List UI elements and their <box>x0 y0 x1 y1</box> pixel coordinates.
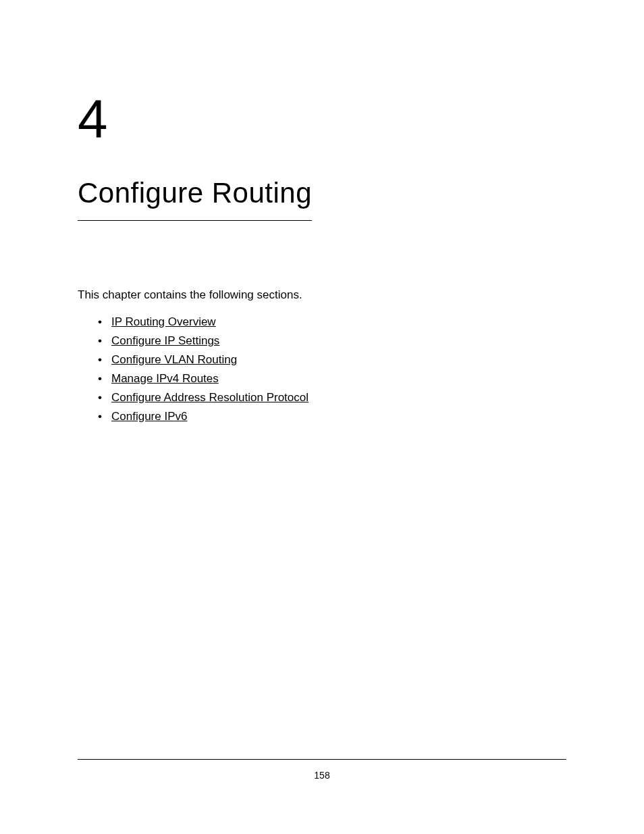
list-item: Configure Address Resolution Protocol <box>111 391 566 405</box>
page-container: 4 Configure Routing This chapter contain… <box>0 0 644 834</box>
intro-text: This chapter contains the following sect… <box>78 288 566 302</box>
list-item: Configure IPv6 <box>111 410 566 423</box>
section-link-configure-vlan-routing[interactable]: Configure VLAN Routing <box>111 353 237 366</box>
list-item: IP Routing Overview <box>111 315 566 329</box>
list-item: Configure IP Settings <box>111 334 566 348</box>
section-link-manage-ipv4-routes[interactable]: Manage IPv4 Routes <box>111 372 219 385</box>
section-link-configure-ip-settings[interactable]: Configure IP Settings <box>111 334 219 347</box>
list-item: Configure VLAN Routing <box>111 353 566 367</box>
section-link-ip-routing-overview[interactable]: IP Routing Overview <box>111 315 216 328</box>
page-footer: 158 <box>78 759 566 781</box>
section-list: IP Routing Overview Configure IP Setting… <box>78 315 566 423</box>
list-item: Manage IPv4 Routes <box>111 372 566 386</box>
section-link-configure-ipv6[interactable]: Configure IPv6 <box>111 410 187 423</box>
chapter-title: Configure Routing <box>78 177 312 221</box>
page-number: 158 <box>314 770 329 781</box>
chapter-number: 4 <box>78 88 566 150</box>
section-link-configure-arp[interactable]: Configure Address Resolution Protocol <box>111 391 308 404</box>
